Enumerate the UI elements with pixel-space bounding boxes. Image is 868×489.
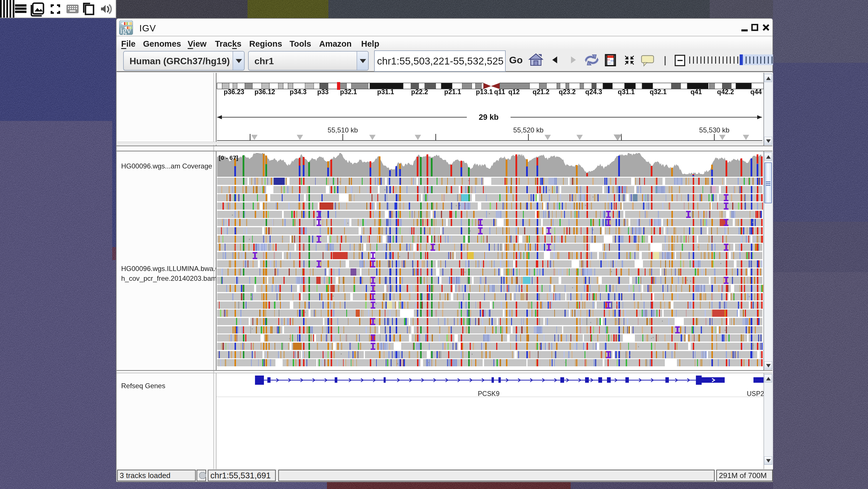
svg-text:q21.2: q21.2 — [533, 88, 550, 96]
svg-text:p36.23: p36.23 — [224, 88, 244, 96]
svg-text:q11: q11 — [494, 88, 505, 96]
svg-text:p32.1: p32.1 — [340, 88, 357, 96]
svg-text:p13.1: p13.1 — [476, 88, 493, 96]
svg-text:p36.12: p36.12 — [254, 88, 275, 96]
svg-text:p31.1: p31.1 — [377, 88, 394, 96]
svg-text:igv: igv — [120, 26, 131, 35]
svg-text:q32.1: q32.1 — [650, 88, 667, 96]
svg-text:p34.3: p34.3 — [290, 88, 307, 96]
svg-text:q41: q41 — [690, 88, 702, 96]
svg-text:55,510 kb: 55,510 kb — [328, 126, 358, 134]
svg-text:q23.2: q23.2 — [559, 88, 576, 96]
svg-text:p21.1: p21.1 — [444, 88, 461, 96]
svg-text:PCSK9: PCSK9 — [478, 390, 499, 397]
svg-text:q24.3: q24.3 — [585, 88, 602, 96]
svg-text:q42.2: q42.2 — [717, 88, 734, 96]
svg-text:[0 - 67]: [0 - 67] — [219, 154, 238, 161]
svg-text:55,530 kb: 55,530 kb — [699, 126, 729, 134]
svg-text:p33: p33 — [317, 88, 329, 96]
svg-text:55,520 kb: 55,520 kb — [513, 126, 544, 134]
svg-text:q44: q44 — [750, 88, 762, 96]
svg-text:q12: q12 — [508, 88, 520, 96]
svg-text:p22.2: p22.2 — [411, 88, 428, 96]
svg-text:q31.1: q31.1 — [618, 88, 635, 96]
svg-text:USP24: USP24 — [747, 390, 764, 397]
svg-text:29 kb: 29 kb — [478, 113, 498, 121]
